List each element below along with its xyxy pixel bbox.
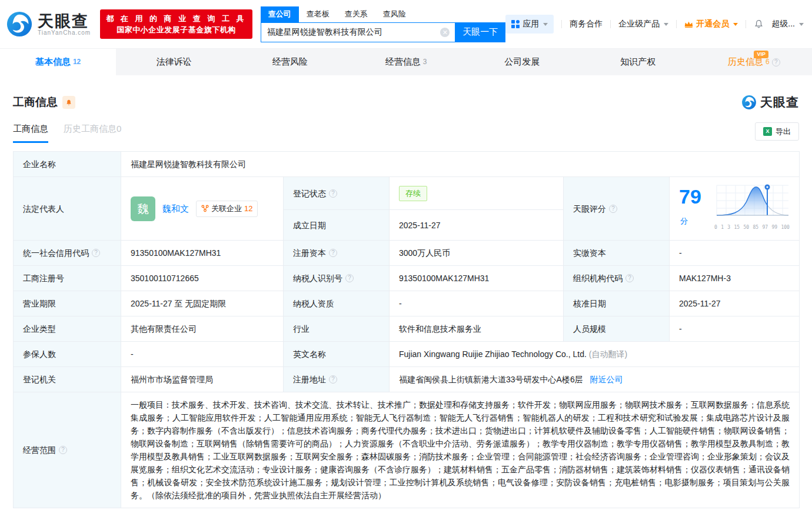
company-name-label: 企业名称 (14, 152, 121, 177)
clear-search-icon[interactable]: ✕ (440, 28, 450, 37)
tab-label: 法律诉讼 (157, 56, 192, 68)
tab-basic-info[interactable]: 基本信息 12 (0, 49, 116, 75)
apps-menu[interactable]: 应用 (505, 15, 554, 34)
search-input[interactable] (261, 28, 441, 37)
help-icon[interactable] (329, 189, 337, 198)
table-row: 企业名称 福建星网锐捷智教科技有限公司 (14, 152, 800, 177)
help-icon[interactable] (92, 249, 100, 257)
table-row: 统一社会信用代码 91350100MAK127MH31 注册资本 3000万人民… (14, 241, 800, 266)
table-row: 工商注册号 350100110712665 纳税人识别号 91350100MAK… (14, 266, 800, 291)
help-icon[interactable] (59, 446, 67, 454)
open-membership-menu[interactable]: 开通会员 (684, 19, 738, 29)
apps-label: 应用 (523, 19, 539, 29)
subtab-business-info[interactable]: 工商信息 (13, 124, 48, 143)
crown-icon (684, 21, 693, 28)
en-name-label: 英文名称 (284, 342, 390, 367)
paid-capital-label: 实缴资本 (564, 241, 670, 266)
divider (746, 20, 746, 28)
search-tab-relation[interactable]: 查关系 (337, 6, 375, 22)
related-companies-badge[interactable]: 关联企业 12 (196, 201, 258, 217)
section-header: 工商信息 天眼查 (13, 75, 799, 111)
bell-icon (65, 99, 72, 106)
help-icon[interactable] (609, 205, 617, 213)
legal-rep-cell: 魏 魏和文 关联企业 12 (121, 177, 284, 241)
notifications-button[interactable] (754, 19, 764, 29)
en-name-value: Fujian Xingwang Ruijie Zhijiao Technolog… (399, 349, 587, 359)
section-title: 工商信息 (13, 95, 58, 110)
business-term-value: 2025-11-27 至 无固定期限 (121, 291, 284, 316)
taxpayer-id-value: 91350100MAK127MH31 (390, 266, 564, 291)
business-term-label: 营业期限 (14, 291, 121, 316)
vip-badge: VIP (754, 51, 768, 58)
nearby-companies-link[interactable]: 附近公司 (590, 375, 623, 384)
table-row: 法定代表人 魏 魏和文 (14, 177, 800, 210)
scope-label: 经营范围 (23, 444, 56, 456)
address-label: 注册地址 (293, 373, 326, 386)
tab-legal-proceedings[interactable]: 法律诉讼 (116, 49, 232, 75)
promo-banner: 都 在 用 的 商 业 查 询 工 具 国家中小企业发展子基金旗下机构 (100, 9, 252, 39)
chevron-down-icon (543, 23, 548, 26)
search-row: ✕ 天眼一下 (261, 22, 506, 42)
divider (561, 20, 562, 28)
tab-history-info[interactable]: VIP 历史信息 6 (696, 49, 812, 75)
related-companies-label: 关联企业 (211, 202, 242, 215)
bell-icon (754, 19, 764, 29)
reg-capital-label: 注册资本 (293, 246, 326, 259)
reg-no-value: 350100110712665 (121, 266, 284, 291)
tab-count: 3 (423, 58, 427, 66)
table-row: 经营范围 一般项目：技术服务、技术开发、技术咨询、技术交流、技术转让、技术推广；… (14, 392, 800, 508)
search-block: 查公司 查老板 查关系 查风险 ✕ 天眼一下 (261, 6, 506, 42)
org-code-label: 组织机构代码 (573, 272, 623, 285)
subtab-history-business-info[interactable]: 历史工商信息0 (64, 124, 121, 143)
status-badge: 存续 (399, 186, 427, 201)
super-vip-menu[interactable]: 超级... (771, 19, 804, 29)
tab-business-info[interactable]: 经营信息 3 (348, 49, 464, 75)
score-value: 79分 (679, 186, 710, 231)
tianyancha-logo[interactable]: 天眼查 TianYanCha.com (6, 11, 91, 38)
search-tab-company[interactable]: 查公司 (261, 6, 299, 22)
scope-label-cell: 经营范围 (14, 392, 121, 508)
score-label: 天眼评分 (573, 202, 606, 215)
reg-status-label: 登记状态 (293, 187, 326, 200)
legal-rep-link[interactable]: 魏和文 (162, 202, 189, 215)
legal-rep-label: 法定代表人 (14, 177, 121, 241)
help-icon[interactable] (345, 274, 354, 282)
search-tab-risk[interactable]: 查风险 (375, 6, 414, 22)
help-icon[interactable] (329, 375, 337, 384)
export-label: 导出 (776, 126, 791, 137)
top-header: 天眼查 TianYanCha.com 都 在 用 的 商 业 查 询 工 具 国… (0, 0, 812, 48)
tab-company-development[interactable]: 公司发展 (464, 49, 580, 75)
tianyancha-logo-icon (6, 11, 33, 38)
score-cell[interactable]: 79分 (670, 177, 800, 241)
table-row: 参保人数 - 英文名称 Fujian Xingwang Ruijie Zhiji… (14, 342, 800, 367)
tab-intellectual-property[interactable]: 知识产权 (580, 49, 696, 75)
help-icon[interactable] (329, 249, 337, 257)
industry-label: 行业 (284, 316, 390, 342)
staff-size-value: - (670, 316, 800, 342)
help-icon[interactable] (772, 58, 780, 66)
paid-capital-value: - (670, 241, 800, 266)
score-distribution-chart: 01 315 5085 9799 100 (714, 183, 790, 234)
business-cooperation-link[interactable]: 商务合作 (570, 19, 603, 29)
search-button[interactable]: 天眼一下 (455, 22, 505, 42)
authority-label: 登记机关 (14, 367, 121, 392)
org-code-value: MAK127MH-3 (670, 266, 800, 291)
chevron-down-icon (664, 23, 668, 26)
avatar[interactable]: 魏 (131, 196, 155, 221)
super-vip-label: 超级... (771, 19, 795, 29)
org-code-label-cell: 组织机构代码 (564, 266, 670, 291)
export-button[interactable]: X 导出 (755, 122, 799, 141)
enterprise-products-menu[interactable]: 企业级产品 (618, 19, 668, 29)
relation-graph-icon (201, 205, 209, 212)
tab-operational-risk[interactable]: 经营风险 (232, 49, 348, 75)
reg-capital-label-cell: 注册资本 (284, 241, 390, 266)
company-type-label: 企业类型 (14, 316, 121, 342)
chart-x-ticks: 01 315 5085 9799 100 (714, 221, 790, 234)
search-tab-boss[interactable]: 查老板 (299, 6, 337, 22)
help-icon[interactable] (625, 274, 634, 282)
table-row: 营业期限 2025-11-27 至 无固定期限 纳税人资质 - 核准日期 202… (14, 291, 800, 316)
logo-text: 天眼查 TianYanCha.com (38, 13, 91, 36)
subscribe-bell-button[interactable] (62, 96, 75, 109)
business-registration-panel: 工商信息 天眼查 工商信息 历史工商信息0 (0, 75, 812, 508)
tab-label: 经营风险 (272, 56, 308, 68)
